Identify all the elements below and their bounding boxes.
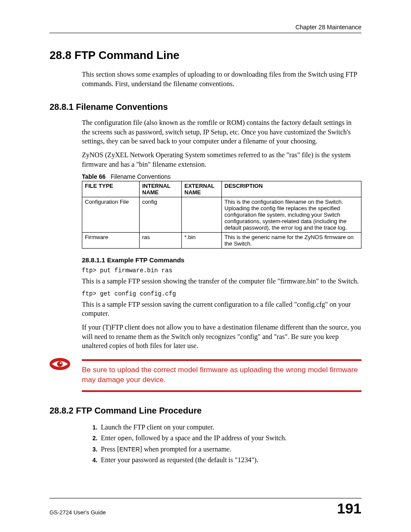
procedure-steps: Launch the FTP client on your computer. …	[82, 422, 361, 466]
section-intro: This section shows some examples of uplo…	[82, 70, 361, 88]
warning-bottom-bar	[82, 390, 361, 392]
filename-conventions-p2: ZyNOS (ZyXEL Network Operating System so…	[82, 150, 361, 169]
step-4: Enter your password as requested (the de…	[99, 454, 361, 466]
th-external-name: EXTERNAL NAME	[182, 181, 222, 197]
th-file-type: FILE TYPE	[82, 181, 140, 197]
footer-guide-name: GS-2724 User's Guide	[50, 509, 106, 516]
svg-point-1	[57, 361, 63, 367]
td-external-name: *.bin	[182, 233, 222, 249]
subsection-heading-28-8-1: 28.8.1 Filename Conventions	[50, 102, 361, 112]
th-description: DESCRIPTION	[222, 181, 361, 197]
td-file-type: Firmware	[82, 233, 140, 249]
ftp-cmd2-desc: This is a sample FTP session saving the …	[82, 300, 361, 318]
step-2-pre: Enter	[101, 434, 118, 442]
step-2: Enter open, followed by a space and the …	[99, 432, 361, 444]
td-external-name	[182, 197, 222, 233]
td-description: This is the generic name for the ZyNOS f…	[222, 233, 361, 249]
table-row: Firmware ras *.bin This is the generic n…	[82, 233, 361, 249]
section-heading-28-8: 28.8 FTP Command Line	[50, 49, 361, 62]
td-description: This is the configuration filename on th…	[222, 197, 361, 233]
table-title: Filename Conventions	[111, 173, 171, 180]
chapter-label: Chapter 28 Maintenance	[296, 24, 361, 31]
filename-conventions-p1: The configuration file (also known as th…	[82, 118, 361, 146]
step-3-key: ENTER	[119, 446, 140, 453]
page-header: Chapter 28 Maintenance	[50, 24, 361, 33]
warning-eye-icon	[50, 358, 70, 370]
step-4-text: Enter your password as requested (the de…	[101, 456, 258, 464]
table-label: Table 66	[82, 173, 106, 180]
step-3-pre: Press [	[101, 445, 119, 453]
th-internal-name: INTERNAL NAME	[140, 181, 182, 197]
step-2-cmd: open	[118, 435, 132, 442]
warning-text: Be sure to upload the correct model firm…	[82, 361, 361, 390]
subsubsection-heading-28-8-1-1: 28.8.1.1 Example FTP Commands	[82, 256, 361, 264]
page-footer: GS-2724 User's Guide 191	[50, 498, 361, 516]
warning-callout: Be sure to upload the correct model firm…	[50, 359, 361, 392]
step-3-post: ] when prompted for a username.	[140, 445, 231, 453]
ftp-command-2: ftp> get config config.cfg	[82, 290, 361, 297]
footer-page-number: 191	[337, 501, 361, 516]
ftp-cmd1-desc: This is a sample FTP session showing the…	[82, 277, 361, 286]
step-3: Press [ENTER] when prompted for a userna…	[99, 444, 361, 455]
step-1: Launch the FTP client on your computer.	[99, 422, 361, 433]
filename-conventions-table: FILE TYPE INTERNAL NAME EXTERNAL NAME DE…	[82, 181, 361, 249]
table-header-row: FILE TYPE INTERNAL NAME EXTERNAL NAME DE…	[82, 181, 361, 197]
td-file-type: Configuration File	[82, 197, 140, 233]
step-2-post: , followed by a space and the IP address…	[132, 434, 286, 442]
svg-point-2	[60, 362, 62, 364]
td-internal-name: config	[140, 197, 182, 233]
table-caption: Table 66 Filename Conventions	[82, 173, 361, 180]
ftp-rename-note: If your (T)FTP client does not allow you…	[82, 323, 361, 351]
step-1-text: Launch the FTP client on your computer.	[101, 423, 214, 431]
table-row: Configuration File config This is the co…	[82, 197, 361, 233]
ftp-command-1: ftp> put firmware.bin ras	[82, 267, 361, 274]
subsection-heading-28-8-2: 28.8.2 FTP Command Line Procedure	[50, 406, 361, 416]
td-internal-name: ras	[140, 233, 182, 249]
